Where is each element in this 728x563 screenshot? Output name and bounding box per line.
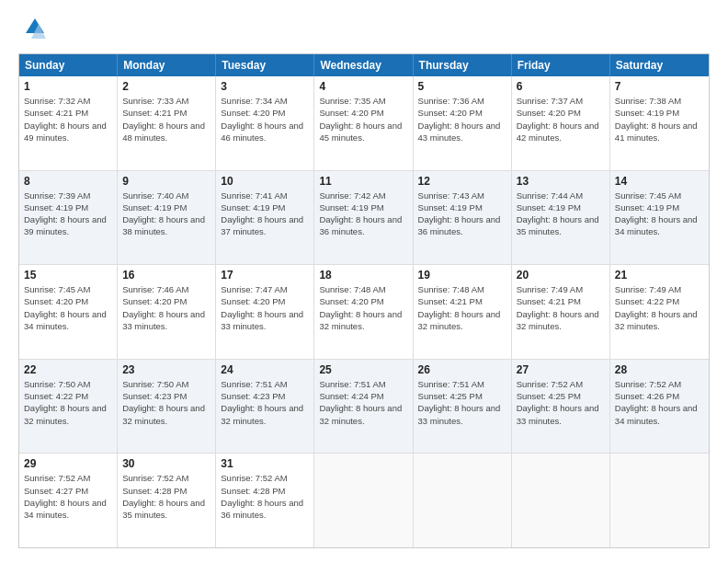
sunset-label: Sunset: 4:22 PM xyxy=(24,391,88,401)
day-number: 18 xyxy=(319,269,407,282)
day-cell-4: 4 Sunrise: 7:35 AM Sunset: 4:20 PM Dayli… xyxy=(314,76,413,170)
logo-icon xyxy=(18,15,48,44)
day-number: 9 xyxy=(122,175,210,188)
day-number: 24 xyxy=(221,363,309,376)
sunrise-label: Sunrise: 7:48 AM xyxy=(418,284,484,294)
cell-info: Sunrise: 7:34 AM Sunset: 4:20 PM Dayligh… xyxy=(221,95,309,144)
daylight-label: Daylight: 8 hours and 42 minutes. xyxy=(517,121,599,143)
daylight-label: Daylight: 8 hours and 33 minutes. xyxy=(418,403,501,425)
cell-info: Sunrise: 7:41 AM Sunset: 4:19 PM Dayligh… xyxy=(221,190,309,238)
cell-info: Sunrise: 7:47 AM Sunset: 4:20 PM Dayligh… xyxy=(221,283,309,332)
daylight-label: Daylight: 8 hours and 33 minutes. xyxy=(122,309,205,331)
sunrise-label: Sunrise: 7:42 AM xyxy=(319,190,385,201)
day-number: 17 xyxy=(221,269,309,282)
sunset-label: Sunset: 4:27 PM xyxy=(24,486,88,496)
cell-info: Sunrise: 7:36 AM Sunset: 4:20 PM Dayligh… xyxy=(418,95,506,144)
daylight-label: Daylight: 8 hours and 34 minutes. xyxy=(615,214,698,236)
daylight-label: Daylight: 8 hours and 32 minutes. xyxy=(319,403,402,425)
sunset-label: Sunset: 4:21 PM xyxy=(517,296,581,306)
daylight-label: Daylight: 8 hours and 46 minutes. xyxy=(221,121,303,143)
header-day-tuesday: Tuesday xyxy=(216,54,314,76)
daylight-label: Daylight: 8 hours and 33 minutes. xyxy=(221,309,303,331)
day-number: 12 xyxy=(418,175,506,188)
cell-info: Sunrise: 7:46 AM Sunset: 4:20 PM Dayligh… xyxy=(122,283,210,332)
day-number: 22 xyxy=(24,363,112,376)
daylight-label: Daylight: 8 hours and 38 minutes. xyxy=(122,214,205,236)
header-day-thursday: Thursday xyxy=(414,54,512,76)
calendar-week-3: 15 Sunrise: 7:45 AM Sunset: 4:20 PM Dayl… xyxy=(19,264,709,359)
day-number: 16 xyxy=(122,269,210,282)
day-number: 14 xyxy=(615,175,704,188)
sunrise-label: Sunrise: 7:49 AM xyxy=(517,284,583,294)
sunrise-label: Sunrise: 7:35 AM xyxy=(319,96,385,106)
daylight-label: Daylight: 8 hours and 32 minutes. xyxy=(418,309,501,331)
day-number: 15 xyxy=(24,269,112,282)
day-number: 3 xyxy=(221,80,309,93)
header-day-saturday: Saturday xyxy=(610,54,709,76)
cell-info: Sunrise: 7:51 AM Sunset: 4:25 PM Dayligh… xyxy=(418,378,506,427)
cell-info: Sunrise: 7:50 AM Sunset: 4:23 PM Dayligh… xyxy=(122,378,210,427)
sunrise-label: Sunrise: 7:36 AM xyxy=(418,96,484,106)
header-day-friday: Friday xyxy=(512,54,610,76)
cell-info: Sunrise: 7:38 AM Sunset: 4:19 PM Dayligh… xyxy=(615,95,704,144)
calendar-week-1: 1 Sunrise: 7:32 AM Sunset: 4:21 PM Dayli… xyxy=(19,76,709,170)
cell-info: Sunrise: 7:33 AM Sunset: 4:21 PM Dayligh… xyxy=(122,95,210,144)
daylight-label: Daylight: 8 hours and 49 minutes. xyxy=(24,121,107,143)
sunset-label: Sunset: 4:19 PM xyxy=(517,202,581,213)
logo xyxy=(18,15,51,44)
sunset-label: Sunset: 4:20 PM xyxy=(221,108,285,118)
cell-info: Sunrise: 7:32 AM Sunset: 4:21 PM Dayligh… xyxy=(24,95,112,144)
cell-info: Sunrise: 7:45 AM Sunset: 4:19 PM Dayligh… xyxy=(615,190,704,238)
day-cell-19: 19 Sunrise: 7:48 AM Sunset: 4:21 PM Dayl… xyxy=(414,265,512,359)
day-cell-2: 2 Sunrise: 7:33 AM Sunset: 4:21 PM Dayli… xyxy=(118,76,216,170)
day-cell-28: 28 Sunrise: 7:52 AM Sunset: 4:26 PM Dayl… xyxy=(610,360,709,454)
day-cell-29: 29 Sunrise: 7:52 AM Sunset: 4:27 PM Dayl… xyxy=(19,454,118,547)
daylight-label: Daylight: 8 hours and 34 minutes. xyxy=(24,309,107,331)
daylight-label: Daylight: 8 hours and 33 minutes. xyxy=(517,403,599,425)
daylight-label: Daylight: 8 hours and 32 minutes. xyxy=(517,309,599,331)
day-cell-3: 3 Sunrise: 7:34 AM Sunset: 4:20 PM Dayli… xyxy=(216,76,314,170)
sunrise-label: Sunrise: 7:43 AM xyxy=(418,190,484,201)
sunrise-label: Sunrise: 7:52 AM xyxy=(122,473,188,483)
daylight-label: Daylight: 8 hours and 34 minutes. xyxy=(24,498,107,520)
sunrise-label: Sunrise: 7:38 AM xyxy=(615,96,681,106)
sunset-label: Sunset: 4:19 PM xyxy=(615,202,679,213)
day-number: 21 xyxy=(615,269,704,282)
day-cell-18: 18 Sunrise: 7:48 AM Sunset: 4:20 PM Dayl… xyxy=(314,265,413,359)
day-number: 8 xyxy=(24,175,112,188)
day-cell-14: 14 Sunrise: 7:45 AM Sunset: 4:19 PM Dayl… xyxy=(610,171,709,265)
day-number: 5 xyxy=(418,80,506,93)
empty-cell xyxy=(314,454,413,547)
cell-info: Sunrise: 7:48 AM Sunset: 4:21 PM Dayligh… xyxy=(418,283,506,332)
cell-info: Sunrise: 7:42 AM Sunset: 4:19 PM Dayligh… xyxy=(319,190,407,238)
sunset-label: Sunset: 4:19 PM xyxy=(221,202,285,213)
daylight-label: Daylight: 8 hours and 35 minutes. xyxy=(122,498,205,520)
day-cell-24: 24 Sunrise: 7:51 AM Sunset: 4:23 PM Dayl… xyxy=(216,360,314,454)
sunset-label: Sunset: 4:20 PM xyxy=(221,296,285,306)
day-cell-21: 21 Sunrise: 7:49 AM Sunset: 4:22 PM Dayl… xyxy=(610,265,709,359)
page: SundayMondayTuesdayWednesdayThursdayFrid… xyxy=(0,0,728,563)
day-cell-26: 26 Sunrise: 7:51 AM Sunset: 4:25 PM Dayl… xyxy=(414,360,512,454)
sunset-label: Sunset: 4:21 PM xyxy=(24,108,88,118)
day-cell-6: 6 Sunrise: 7:37 AM Sunset: 4:20 PM Dayli… xyxy=(512,76,610,170)
day-cell-10: 10 Sunrise: 7:41 AM Sunset: 4:19 PM Dayl… xyxy=(216,171,314,265)
sunset-label: Sunset: 4:20 PM xyxy=(517,108,581,118)
empty-cell xyxy=(512,454,610,547)
sunset-label: Sunset: 4:19 PM xyxy=(418,202,483,213)
daylight-label: Daylight: 8 hours and 32 minutes. xyxy=(615,309,698,331)
sunset-label: Sunset: 4:20 PM xyxy=(319,296,383,306)
cell-info: Sunrise: 7:51 AM Sunset: 4:24 PM Dayligh… xyxy=(319,378,407,427)
calendar-body: 1 Sunrise: 7:32 AM Sunset: 4:21 PM Dayli… xyxy=(19,76,709,547)
day-cell-22: 22 Sunrise: 7:50 AM Sunset: 4:22 PM Dayl… xyxy=(19,360,118,454)
cell-info: Sunrise: 7:52 AM Sunset: 4:28 PM Dayligh… xyxy=(221,472,309,521)
sunrise-label: Sunrise: 7:39 AM xyxy=(24,190,90,201)
header-day-wednesday: Wednesday xyxy=(314,54,413,76)
sunrise-label: Sunrise: 7:44 AM xyxy=(517,190,583,201)
sunrise-label: Sunrise: 7:48 AM xyxy=(319,284,385,294)
day-number: 1 xyxy=(24,80,112,93)
daylight-label: Daylight: 8 hours and 36 minutes. xyxy=(319,214,402,236)
daylight-label: Daylight: 8 hours and 43 minutes. xyxy=(418,121,501,143)
calendar-week-4: 22 Sunrise: 7:50 AM Sunset: 4:22 PM Dayl… xyxy=(19,359,709,454)
sunrise-label: Sunrise: 7:45 AM xyxy=(615,190,681,201)
day-cell-25: 25 Sunrise: 7:51 AM Sunset: 4:24 PM Dayl… xyxy=(314,360,413,454)
